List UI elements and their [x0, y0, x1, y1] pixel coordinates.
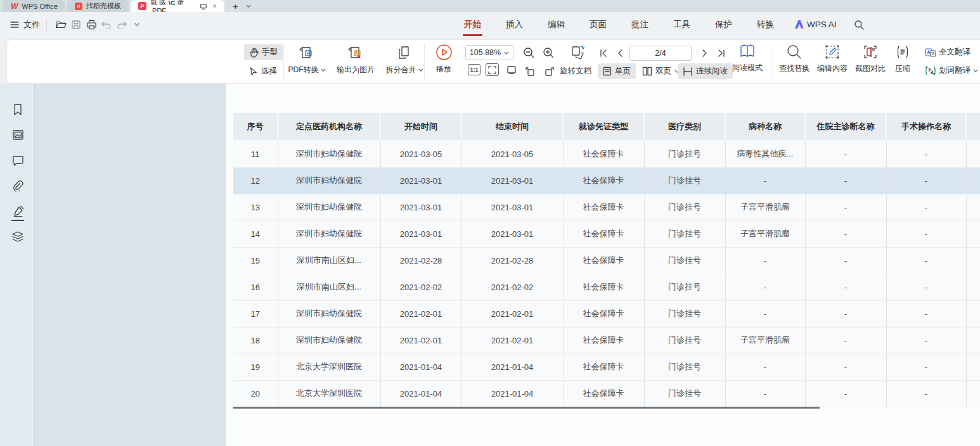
- comments-panel-button[interactable]: [10, 152, 26, 169]
- word-translate-icon: [925, 65, 936, 76]
- bookmark-icon: [12, 103, 23, 116]
- table-cell: 社会保障卡: [563, 274, 644, 300]
- double-page-label: 双页: [655, 66, 671, 77]
- ribbon-tab-convert[interactable]: 转换: [753, 12, 778, 37]
- pdf-convert-button[interactable]: PDF转换: [283, 44, 331, 75]
- search-icon[interactable]: [854, 20, 864, 30]
- next-page-button[interactable]: [698, 46, 712, 60]
- table-row[interactable]: 15深圳市南山区妇...2021-02-282021-02-28社会保障卡门诊挂…: [233, 247, 980, 274]
- table-cell: [966, 167, 980, 194]
- wps-ai-icon: [795, 20, 804, 29]
- split-merge-label: 拆分合并: [386, 65, 416, 75]
- thumbnails-panel-button[interactable]: [10, 127, 26, 143]
- table-row[interactable]: 13深圳市妇幼保健院2021-03-012021-03-01社会保障卡门诊挂号子…: [233, 194, 980, 220]
- table-cell: -: [886, 167, 966, 194]
- table-row[interactable]: 19北京大学深圳医院2021-01-042021-01-04社会保障卡门诊挂号-…: [233, 354, 980, 380]
- ribbon-tab-tools[interactable]: 工具: [669, 12, 694, 37]
- table-bottom-border: [233, 407, 820, 409]
- table-row[interactable]: 14深圳市妇幼保健院2021-03-012021-03-01社会保障卡门诊挂号子…: [233, 220, 980, 247]
- document-area: 序号定点医药机构名称开始时间结束时间就诊凭证类型医疗类别病种名称住院主诊断名称手…: [0, 84, 980, 446]
- paperclip-icon: [11, 180, 24, 191]
- table-cell: 北京大学深圳医院: [278, 354, 380, 380]
- tab-docer-templates[interactable]: d 找稻壳模板: [67, 0, 129, 12]
- table-row[interactable]: 17深圳市妇幼保健院2021-02-012021-02-01社会保障卡门诊挂号-…: [233, 300, 980, 327]
- column-header: 就诊凭证类型: [563, 113, 644, 141]
- column-header: 定点医药机构名称: [278, 113, 380, 141]
- full-translate-button[interactable]: 全文翻译: [925, 47, 970, 58]
- compress-button[interactable]: 压缩: [887, 44, 919, 74]
- wps-ai-button[interactable]: WPS AI: [795, 20, 837, 29]
- table-row[interactable]: 18深圳市妇幼保健院2021-02-012021-02-01社会保障卡门诊挂号子…: [233, 327, 980, 354]
- undo-icon[interactable]: [99, 17, 114, 32]
- select-tool-button[interactable]: 选择: [244, 63, 282, 79]
- screenshot-compare-icon: [862, 44, 879, 60]
- export-image-button[interactable]: 输出为图片: [329, 44, 382, 75]
- tab-label: WPS Office: [22, 3, 58, 10]
- ribbon-tab-home[interactable]: 开始: [460, 12, 485, 37]
- fit-page-button[interactable]: [486, 63, 499, 76]
- rotate-left-button[interactable]: [523, 65, 537, 79]
- file-menu-label: 文件: [23, 19, 40, 30]
- print-button[interactable]: [84, 17, 99, 32]
- table-cell: 深圳市妇幼保健院: [278, 327, 380, 354]
- display-icon[interactable]: [200, 3, 207, 10]
- rotate-document-label: 旋转文档: [560, 66, 591, 77]
- first-page-button[interactable]: [596, 46, 610, 60]
- table-cell: [966, 274, 980, 300]
- file-menu[interactable]: 文件: [10, 19, 40, 30]
- new-tab-icon[interactable]: +: [233, 1, 238, 11]
- signature-panel-button[interactable]: [10, 203, 26, 219]
- wps-pdf-window: W WPS Office d 找稻壳模板 P 就 医 记 录 .PDF × + …: [0, 0, 980, 446]
- table-cell: 深圳市妇幼保健院: [278, 141, 380, 167]
- page-number-input[interactable]: 2/4: [629, 46, 692, 61]
- table-cell: 2021-01-04: [461, 354, 563, 380]
- pdf-page[interactable]: 序号定点医药机构名称开始时间结束时间就诊凭证类型医疗类别病种名称住院主诊断名称手…: [226, 84, 980, 446]
- table-cell: 子宫平滑肌瘤: [725, 220, 805, 247]
- table-row[interactable]: 16深圳市南山区妇...2021-02-022021-02-02社会保障卡门诊挂…: [233, 274, 980, 300]
- column-header: 序号: [233, 113, 278, 141]
- actual-size-button[interactable]: 1:1: [468, 64, 480, 75]
- bookmarks-panel-button[interactable]: [10, 101, 26, 118]
- layers-panel-button[interactable]: [10, 228, 26, 245]
- read-mode-button[interactable]: 阅读模式: [725, 43, 770, 73]
- single-page-button[interactable]: 单页: [598, 63, 636, 79]
- table-cell: -: [725, 247, 805, 274]
- word-translate-button[interactable]: 划词翻译: [925, 65, 978, 76]
- ribbon-tab-comment[interactable]: 批注: [628, 12, 652, 37]
- split-merge-button[interactable]: 拆分合并: [382, 44, 427, 75]
- play-button[interactable]: 播放: [430, 44, 457, 75]
- table-cell: 2021-03-01: [461, 167, 563, 194]
- save-button[interactable]: [68, 17, 84, 32]
- zoom-out-button[interactable]: [522, 46, 536, 60]
- rotate-right-button[interactable]: [542, 65, 556, 79]
- table-cell: 门诊挂号: [644, 300, 725, 327]
- table-row[interactable]: 12深圳市妇幼保健院2021-03-012021-03-01社会保障卡门诊挂号-…: [233, 167, 980, 194]
- table-cell: 2021-02-02: [461, 274, 563, 300]
- zoom-in-button[interactable]: [541, 46, 555, 60]
- zoom-level-combobox[interactable]: 105.88%: [465, 45, 513, 60]
- hand-tool-button[interactable]: 手型: [244, 44, 283, 60]
- table-cell: [966, 300, 980, 327]
- close-tab-icon[interactable]: ×: [212, 2, 217, 11]
- read-mode-label: 阅读模式: [732, 63, 763, 73]
- ribbon-tab-edit[interactable]: 编辑: [544, 12, 569, 37]
- table-row[interactable]: 20北京大学深圳医院2021-01-042021-01-04社会保障卡门诊挂号-…: [233, 380, 980, 407]
- window-tabbar: W WPS Office d 找稻壳模板 P 就 医 记 录 .PDF × +: [0, 0, 980, 12]
- quickbar-chevron-icon[interactable]: [129, 17, 145, 32]
- attachments-panel-button[interactable]: [10, 177, 26, 194]
- tab-document-pdf[interactable]: P 就 医 记 录 .PDF ×: [131, 0, 224, 12]
- tab-wps-office[interactable]: W WPS Office: [3, 0, 65, 12]
- ribbon-tab-page[interactable]: 页面: [586, 12, 610, 37]
- table-cell: -: [725, 380, 805, 407]
- table-cell: 19: [233, 354, 278, 380]
- redo-icon[interactable]: [114, 17, 129, 32]
- previous-page-button[interactable]: [613, 46, 627, 60]
- rotate-document-button[interactable]: 旋转文档: [560, 66, 591, 77]
- rotate-pages-button[interactable]: [568, 44, 587, 61]
- fit-width-button[interactable]: [505, 63, 518, 76]
- table-row[interactable]: 11深圳市妇幼保健院2021-03-052021-03-05社会保障卡门诊挂号病…: [233, 141, 980, 167]
- ribbon-tab-insert[interactable]: 插入: [502, 12, 527, 37]
- open-file-button[interactable]: [53, 17, 68, 32]
- tab-list-chevron-icon[interactable]: [246, 4, 251, 8]
- ribbon-tab-protect[interactable]: 保护: [711, 12, 736, 37]
